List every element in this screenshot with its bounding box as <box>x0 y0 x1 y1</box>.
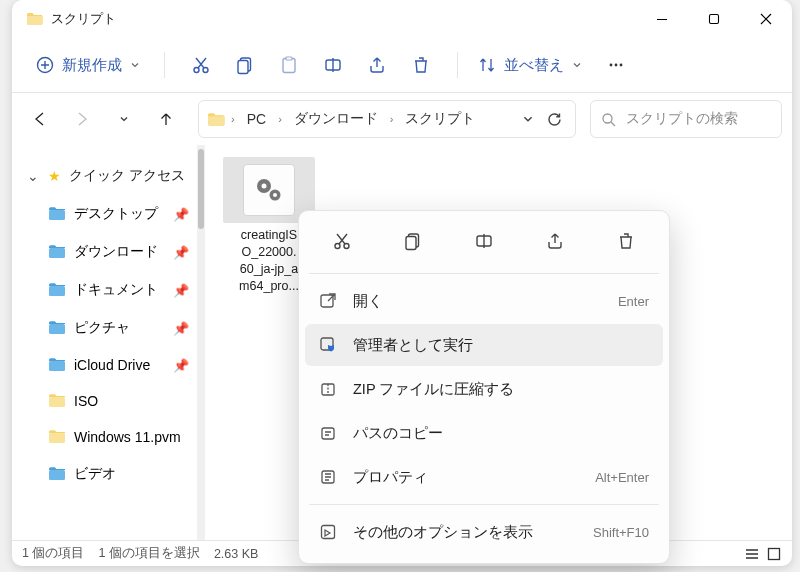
svg-rect-15 <box>49 248 65 258</box>
ctx-delete-button[interactable] <box>592 223 659 259</box>
sidebar-item-label: ダウンロード <box>74 243 158 261</box>
svg-point-25 <box>273 193 277 197</box>
separator <box>457 52 458 78</box>
menu-item-label: その他のオプションを表示 <box>353 523 579 542</box>
breadcumb-dropdown[interactable] <box>522 113 534 125</box>
gear-icon <box>243 164 295 216</box>
sort-button[interactable]: 並べ替え <box>472 50 588 81</box>
paste-button[interactable] <box>267 43 311 87</box>
svg-point-27 <box>335 244 340 249</box>
ctx-copy-button[interactable] <box>380 223 447 259</box>
icons-view-button[interactable] <box>766 546 782 562</box>
svg-point-13 <box>603 114 612 123</box>
svg-rect-32 <box>321 295 333 307</box>
separator <box>164 52 165 78</box>
properties-icon <box>319 468 339 486</box>
cut-button[interactable] <box>179 43 223 87</box>
ctx-compress-zip[interactable]: ZIP ファイルに圧縮する <box>305 368 663 410</box>
svg-rect-6 <box>238 61 248 74</box>
svg-rect-18 <box>49 361 65 371</box>
chevron-down-icon: ⌄ <box>26 168 40 184</box>
up-button[interactable] <box>148 101 184 137</box>
back-button[interactable] <box>22 101 58 137</box>
sidebar-item-label: iCloud Drive <box>74 357 150 373</box>
shield-icon <box>319 336 339 354</box>
folder-icon <box>48 357 66 373</box>
details-view-button[interactable] <box>744 546 760 562</box>
status-selected: 1 個の項目を選択 <box>98 545 199 562</box>
ctx-cut-button[interactable] <box>309 223 376 259</box>
recent-dropdown[interactable] <box>106 101 142 137</box>
svg-point-28 <box>344 244 349 249</box>
sidebar-item-label: ドキュメント <box>74 281 158 299</box>
more-button[interactable] <box>594 43 638 87</box>
new-button[interactable]: 新規作成 <box>30 50 146 81</box>
sidebar-item-win11pvm[interactable]: Windows 11.pvm <box>12 419 197 455</box>
ctx-share-button[interactable] <box>521 223 588 259</box>
ctx-copy-path[interactable]: パスのコピー <box>305 412 663 454</box>
maximize-button[interactable] <box>688 0 740 38</box>
scrollbar-thumb[interactable] <box>198 149 204 229</box>
svg-rect-19 <box>49 397 65 407</box>
breadcrumb[interactable]: › PC › ダウンロード › スクリプト <box>198 100 576 138</box>
folder-icon <box>26 12 43 26</box>
sidebar-item-label: ビデオ <box>74 465 116 483</box>
svg-rect-1 <box>710 15 719 24</box>
separator <box>309 273 659 274</box>
pin-icon: 📌 <box>173 358 189 373</box>
search-placeholder: スクリプトの検索 <box>626 110 738 128</box>
new-label: 新規作成 <box>62 56 122 75</box>
sidebar-quick-access[interactable]: ⌄ ★ クイック アクセス <box>12 157 197 195</box>
menu-item-accel: Alt+Enter <box>595 470 649 485</box>
svg-point-3 <box>194 68 199 73</box>
copy-button[interactable] <box>223 43 267 87</box>
crumb-scripts[interactable]: スクリプト <box>399 106 481 132</box>
chevron-right-icon[interactable]: › <box>276 113 284 125</box>
search-input[interactable]: スクリプトの検索 <box>590 100 782 138</box>
sidebar-item-label: Windows 11.pvm <box>74 429 181 445</box>
rename-button[interactable] <box>311 43 355 87</box>
menu-item-accel: Shift+F10 <box>593 525 649 540</box>
sidebar-scrollbar[interactable] <box>197 145 205 540</box>
sidebar-item-videos[interactable]: ビデオ <box>12 455 197 493</box>
crumb-downloads[interactable]: ダウンロード <box>288 106 384 132</box>
sidebar-item-downloads[interactable]: ダウンロード 📌 <box>12 233 197 271</box>
context-menu-quick-actions <box>305 219 663 267</box>
chevron-right-icon[interactable]: › <box>388 113 396 125</box>
sidebar-item-iso[interactable]: ISO <box>12 383 197 419</box>
ctx-open[interactable]: 開く Enter <box>305 280 663 322</box>
svg-point-10 <box>610 64 613 67</box>
forward-button[interactable] <box>64 101 100 137</box>
delete-button[interactable] <box>399 43 443 87</box>
minimize-button[interactable] <box>636 0 688 38</box>
zip-icon <box>319 380 339 398</box>
ctx-run-as-admin[interactable]: 管理者として実行 <box>305 324 663 366</box>
ctx-rename-button[interactable] <box>451 223 518 259</box>
crumb-pc[interactable]: PC <box>241 107 272 131</box>
sort-label: 並べ替え <box>504 56 564 75</box>
pin-icon: 📌 <box>173 321 189 336</box>
titlebar[interactable]: スクリプト <box>12 0 792 38</box>
ctx-more-options[interactable]: その他のオプションを表示 Shift+F10 <box>305 511 663 553</box>
pin-icon: 📌 <box>173 283 189 298</box>
sidebar-item-label: デスクトップ <box>74 205 158 223</box>
svg-rect-35 <box>322 428 334 439</box>
menu-item-label: パスのコピー <box>353 424 649 443</box>
status-count: 1 個の項目 <box>22 545 84 562</box>
sidebar-item-label: ISO <box>74 393 98 409</box>
refresh-button[interactable] <box>546 111 563 128</box>
menu-item-label: ZIP ファイルに圧縮する <box>353 380 649 399</box>
close-button[interactable] <box>740 0 792 38</box>
sidebar-item-pictures[interactable]: ピクチャ 📌 <box>12 309 197 347</box>
share-button[interactable] <box>355 43 399 87</box>
chevron-right-icon[interactable]: › <box>229 113 237 125</box>
toolbar: 新規作成 並べ替え <box>12 38 792 93</box>
status-size: 2.63 KB <box>214 547 258 561</box>
ctx-properties[interactable]: プロパティ Alt+Enter <box>305 456 663 498</box>
sidebar-item-desktop[interactable]: デスクトップ 📌 <box>12 195 197 233</box>
sidebar-item-icloud[interactable]: iCloud Drive 📌 <box>12 347 197 383</box>
svg-rect-20 <box>49 433 65 443</box>
sidebar-item-documents[interactable]: ドキュメント 📌 <box>12 271 197 309</box>
menu-item-label: 管理者として実行 <box>353 336 649 355</box>
svg-rect-26 <box>769 548 780 559</box>
